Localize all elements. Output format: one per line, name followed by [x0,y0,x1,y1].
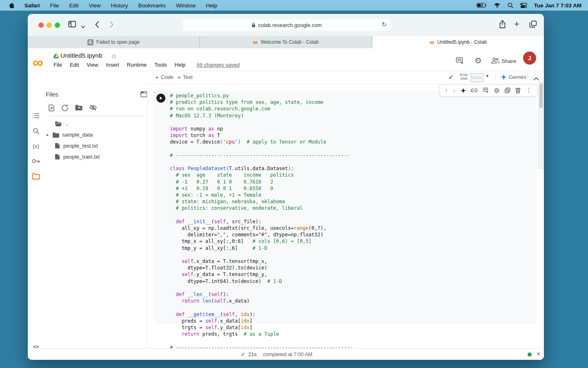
notebook-title[interactable]: Untitled5.ipynb [60,52,102,59]
add-text-label: Text [183,74,193,80]
sidebar-toggle-icon[interactable] [68,21,76,29]
panel-expand-icon[interactable] [140,91,147,99]
tab-welcome-colab[interactable]: ∞ Welcome To Colab - Colab [200,36,372,48]
share-button[interactable]: Share [501,58,516,64]
code-line: # sex: -1 = male, +1 = female [170,192,353,198]
mount-drive-icon[interactable] [75,104,83,113]
colab-menu-edit[interactable]: Edit [70,62,79,68]
copy-link-icon[interactable] [471,88,477,92]
files-divider [49,116,144,116]
disk-label: Disk [460,77,468,81]
cell-settings-gear-icon[interactable]: ⚙ [494,87,499,94]
colab-menu-runtime[interactable]: Runtime [127,62,147,68]
apple-icon[interactable] [9,2,14,9]
code-editor[interactable]: # people_politics.py# predict politics t… [170,92,353,351]
gemini-button[interactable]: Gemini [509,74,526,80]
avatar[interactable]: J [523,52,536,65]
upload-file-icon[interactable] [48,104,55,113]
control-center-icon[interactable] [520,3,527,8]
code-line [170,119,353,126]
hidden-files-eye-icon[interactable] [89,104,97,113]
refresh-page-icon[interactable]: ↻ [381,21,387,28]
file-row-people-train[interactable]: people_train.txt [44,151,147,162]
share-icon[interactable] [499,20,506,30]
more-actions-icon[interactable]: ⋮ [526,87,532,94]
menu-history[interactable]: History [111,2,128,9]
settings-gear-icon[interactable]: ⚙ [474,56,482,65]
spotlight-icon[interactable] [508,2,513,8]
variables-icon[interactable]: {x} [31,141,41,151]
zoom-window-button[interactable] [55,22,60,28]
new-tab-button[interactable]: + [514,20,519,29]
mirror-cell-icon[interactable] [505,88,510,93]
execution-status-bar: ✓ 21s completed at 7:00 AM × [28,348,544,360]
comment-icon[interactable] [456,57,464,66]
colab-menu-view[interactable]: View [87,62,98,68]
tab-failed-page[interactable]: G Failed to open page [28,36,200,48]
files-folder-icon[interactable] [31,171,41,181]
sidebar-chevron-icon[interactable] [81,23,85,30]
close-window-button[interactable] [38,22,44,28]
tab-label: Untitled5.ipynb - Colab [437,39,487,45]
scrollbar-thumb[interactable] [539,83,543,108]
tab-overview-icon[interactable] [529,20,537,29]
run-cell-button[interactable] [156,94,165,103]
safari-window: colab.research.google.com ↻ + G Failed t… [28,14,544,360]
folder-label: sample_data [62,132,93,138]
wifi-icon[interactable] [494,3,501,8]
colab-menu-tools[interactable]: Tools [154,62,167,68]
table-of-contents-icon[interactable] [31,111,41,121]
ram-meter [470,73,483,77]
tab-untitled5[interactable]: ∞ Untitled5.ipynb - Colab [372,36,544,48]
share-people-icon[interactable] [491,57,500,65]
file-label: people_test.txt [63,143,98,149]
colab-menu-insert[interactable]: Insert [106,62,119,68]
move-cell-up-icon[interactable]: ↑ [445,87,448,94]
code-line: all_xy = np.loadtxt(src_file, usecols=ra… [170,225,353,231]
back-button[interactable] [95,21,99,30]
move-cell-down-icon[interactable]: ↓ [453,87,456,94]
add-code-button[interactable]: + Code [155,74,174,81]
refresh-files-icon[interactable] [61,104,69,113]
star-icon[interactable]: ☆ [111,52,117,60]
secrets-key-icon[interactable] [31,156,41,166]
delete-cell-icon[interactable] [515,88,521,94]
menu-clock[interactable]: Tue Jan 7 7:03 AM [534,2,581,9]
all-changes-saved-link[interactable]: All changes saved [196,62,240,68]
menu-window[interactable]: Window [176,2,196,9]
battery-icon[interactable] [477,3,487,8]
notebook-scrollbar[interactable] [538,81,544,169]
resources-dropdown-icon[interactable]: ▾ [486,73,489,79]
colab-logo[interactable]: ∞ [33,54,42,71]
close-status-icon[interactable]: × [537,350,540,358]
code-line [170,285,353,291]
files-toolbar [44,104,97,113]
add-text-button[interactable]: + Text [177,74,193,81]
menu-view[interactable]: View [89,2,101,9]
find-replace-icon[interactable] [31,126,41,136]
url-field[interactable]: colab.research.google.com ↻ [183,19,391,31]
menu-edit[interactable]: Edit [69,2,78,9]
file-row-sample-data[interactable]: ▸ sample_data [44,129,147,140]
code-line: # -1 0.27 0 1 0 0.7610 2 [170,179,353,185]
code-line: # MacOS 12.7.3 (Monterey) [170,112,353,119]
code-line [170,338,353,344]
colab-menu-file[interactable]: File [53,62,62,68]
menu-file[interactable]: File [50,2,59,9]
cell-comment-icon[interactable] [483,88,489,93]
resource-labels[interactable]: RAM Disk [460,73,468,81]
resource-meters[interactable] [470,73,483,82]
menu-help[interactable]: Help [206,2,217,9]
code-line: return len(self.x_data) [170,298,353,304]
menu-bookmarks[interactable]: Bookmarks [138,2,166,9]
file-row-people-test[interactable]: people_test.txt [44,140,147,151]
colab-menu-help[interactable]: Help [175,62,186,68]
url-text: colab.research.google.com [258,22,322,28]
menu-app-name[interactable]: Safari [24,2,40,9]
cell-gemini-spark-icon[interactable] [461,88,466,93]
code-line: return preds, trgts # as a Tuple [170,331,353,337]
expand-chevron-icon[interactable]: ▸ [47,132,49,137]
minimize-window-button[interactable] [47,22,52,28]
file-row-updir[interactable]: .. [44,118,147,129]
forward-button[interactable] [109,21,114,30]
